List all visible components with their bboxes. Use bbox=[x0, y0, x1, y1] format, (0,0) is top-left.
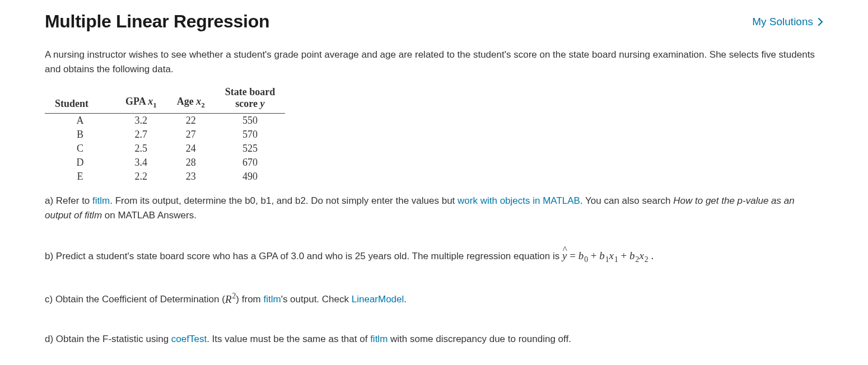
qa-text: . From its output, determine the b0, b1,… bbox=[110, 195, 458, 206]
link-fitlm[interactable]: fitlm bbox=[370, 334, 388, 344]
qc-text: . bbox=[404, 294, 407, 305]
table-row: B 2.7 27 570 bbox=[45, 128, 285, 142]
qc-text: c) Obtain the Coefficient of Determinati… bbox=[45, 294, 225, 305]
qd-text: d) Obtain the F-statistic using bbox=[45, 334, 171, 344]
cell-gpa: 3.4 bbox=[115, 156, 167, 170]
link-work-with-objects[interactable]: work with objects in MATLAB bbox=[458, 195, 580, 206]
table-row: D 3.4 28 670 bbox=[45, 156, 285, 170]
table-row: A 3.2 22 550 bbox=[45, 113, 285, 128]
th-age-label: Age bbox=[177, 96, 197, 107]
cell-score: 550 bbox=[215, 113, 286, 128]
my-solutions-link[interactable]: My Solutions bbox=[752, 16, 823, 28]
chevron-right-icon bbox=[818, 18, 823, 26]
th-gpa-label: GPA bbox=[125, 96, 148, 107]
qc-text: 's output. Check bbox=[281, 294, 352, 305]
cell-gpa: 2.7 bbox=[115, 128, 167, 142]
eq-yhat: y bbox=[562, 247, 567, 264]
eq-sub1: 1 bbox=[605, 255, 609, 264]
eq-x: x bbox=[639, 250, 643, 261]
cell-student: C bbox=[45, 142, 115, 156]
cell-student: E bbox=[45, 170, 115, 184]
th-gpa: GPA x1 bbox=[115, 84, 167, 113]
th-score-line1: State board bbox=[225, 86, 276, 97]
cell-age: 23 bbox=[167, 170, 215, 184]
eq-b: b bbox=[578, 250, 584, 261]
cell-score: 670 bbox=[215, 156, 286, 170]
eq-b: b bbox=[599, 250, 605, 261]
table-row: E 2.2 23 490 bbox=[45, 170, 285, 184]
th-score-line2a: score bbox=[235, 98, 260, 109]
eq-sub2b: 2 bbox=[645, 255, 648, 264]
question-b: b) Predict a student's state board score… bbox=[45, 247, 823, 265]
data-table-body: A 3.2 22 550 B 2.7 27 570 C 2.5 24 525 D… bbox=[45, 113, 285, 184]
cell-score: 570 bbox=[215, 128, 286, 142]
eq-equals: = bbox=[567, 250, 578, 261]
link-fitlm[interactable]: fitlm bbox=[92, 195, 110, 206]
cell-student: B bbox=[45, 128, 115, 142]
th-age-sub: 2 bbox=[201, 101, 204, 109]
link-fitlm[interactable]: fitlm bbox=[263, 294, 281, 305]
cell-gpa: 2.2 bbox=[115, 170, 167, 184]
link-linearmodel[interactable]: LinearModel bbox=[352, 294, 404, 305]
cell-age: 28 bbox=[167, 156, 215, 170]
cell-score: 525 bbox=[215, 142, 286, 156]
cell-student: A bbox=[45, 113, 115, 128]
cell-age: 24 bbox=[167, 142, 215, 156]
cell-gpa: 2.5 bbox=[115, 142, 167, 156]
th-age: Age x2 bbox=[167, 84, 215, 113]
cell-age: 22 bbox=[167, 113, 215, 128]
cell-student: D bbox=[45, 156, 115, 170]
th-score: State board score y bbox=[215, 84, 286, 113]
qa-text: on MATLAB Answers. bbox=[102, 210, 197, 221]
header: Multiple Linear Regression My Solutions bbox=[45, 11, 823, 32]
qc-text: ) from bbox=[236, 294, 263, 305]
cell-gpa: 3.2 bbox=[115, 113, 167, 128]
eq-sub1b: 1 bbox=[614, 255, 618, 264]
regression-equation: y = b0 + b1x1 + b2x2 . bbox=[562, 250, 654, 261]
question-d: d) Obtain the F-statistic using coefTest… bbox=[45, 332, 823, 347]
question-c: c) Obtain the Coefficient of Determinati… bbox=[45, 290, 823, 307]
eq-sub0: 0 bbox=[584, 255, 588, 264]
th-student: Student bbox=[45, 84, 115, 113]
cell-age: 27 bbox=[167, 128, 215, 142]
th-gpa-var: x bbox=[148, 96, 153, 107]
eq-b: b bbox=[629, 250, 635, 261]
eq-plus: + bbox=[618, 250, 629, 261]
qa-text: . You can also search bbox=[580, 195, 673, 206]
eq-x: x bbox=[609, 250, 614, 261]
qd-text: . Its value must be the same as that of bbox=[207, 334, 370, 344]
qb-text: b) Predict a student's state board score… bbox=[45, 251, 562, 261]
link-coeftest[interactable]: coefTest bbox=[171, 334, 207, 344]
data-table: Student GPA x1 Age x2 State board score … bbox=[45, 84, 285, 184]
eq-dot: . bbox=[648, 250, 654, 261]
eq-R: R bbox=[225, 293, 232, 305]
cell-score: 490 bbox=[215, 170, 286, 184]
question-a: a) Refer to fitlm. From its output, dete… bbox=[45, 194, 823, 223]
qa-text: a) Refer to bbox=[45, 195, 92, 206]
th-age-var: x bbox=[196, 96, 201, 107]
qd-text: with some discrepancy due to rounding of… bbox=[388, 334, 571, 344]
my-solutions-label: My Solutions bbox=[752, 16, 813, 28]
eq-plus: + bbox=[588, 250, 599, 261]
page-title: Multiple Linear Regression bbox=[45, 11, 269, 32]
th-score-var: y bbox=[260, 98, 264, 109]
intro-text: A nursing instructor wishes to see wheth… bbox=[45, 48, 823, 76]
th-gpa-sub: 1 bbox=[153, 101, 156, 109]
table-row: C 2.5 24 525 bbox=[45, 142, 285, 156]
